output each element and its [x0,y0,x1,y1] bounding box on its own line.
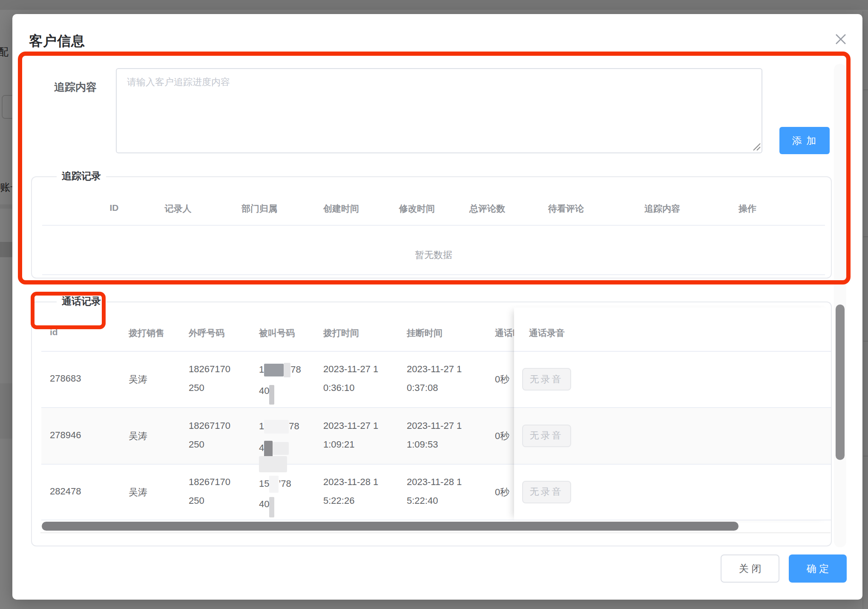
masked-phone-text: 15’78 [259,476,291,489]
call-records-section: 通话记录 id拨打销售外呼号码被叫号码拨打时间挂断时间通话时长278683吴涛1… [31,302,832,546]
cell-caller-line2: 250 [189,382,204,394]
table-divider [41,407,514,408]
cell-duration: 0秒 [495,486,509,499]
call-column-header: 通话录音 [529,327,565,339]
table-row-stripe [41,407,514,464]
masked-phone-text: 40 [259,494,274,508]
horizontal-scrollbar-track [40,532,831,533]
tracking-content-label: 追踪内容 [54,80,114,94]
cell-dial-line2: 1:09:21 [323,439,354,450]
tracking-column-header: 待看评论 [548,203,584,215]
cell-id: 278946 [50,430,81,441]
redaction-block [264,364,284,376]
call-column-header: 通话时长 [495,327,514,339]
cell-hangup-line2: 0:37:08 [407,382,438,394]
tracking-records-section: 追踪记录 ID记录人部门归属创建时间修改时间总评论数待看评论追踪内容操作 暂无数… [31,176,832,279]
table-divider [41,520,514,520]
tracking-column-header: 记录人 [165,203,192,215]
cell-dial-line1: 2023-11-27 1 [323,364,378,375]
table-divider [42,274,825,275]
cell-hangup-line2: 1:09:53 [407,439,438,450]
redaction-block [269,497,274,517]
call-column-header: 被叫号码 [259,327,295,339]
tracking-column-header: 创建时间 [323,203,359,215]
tracking-column-header: ID [110,203,119,213]
redaction-block [284,363,290,377]
redaction-block [269,476,279,493]
cell-hangup-line1: 2023-11-28 1 [407,477,462,488]
redaction-block [269,385,274,405]
cell-dial-line2: 5:22:26 [323,495,354,506]
redaction-block [264,420,289,434]
screen: 配 账号 客户信息 追踪内容 添 加 追踪记录 I [0,0,868,609]
cell-hangup-line1: 2023-11-27 1 [407,364,462,375]
cell-dial-line1: 2023-11-27 1 [323,420,378,431]
masked-phone-text: 40 [259,382,274,395]
textarea-resize-handle[interactable] [752,142,761,151]
redaction-block [259,456,287,472]
close-button[interactable]: 关 闭 [721,554,779,583]
no-recording-button[interactable]: 无录音 [522,481,571,503]
cell-caller-line1: 18267170 [189,420,230,431]
call-column-header: id [50,327,58,337]
table-divider [41,351,514,352]
cell-dial-line1: 2023-11-28 1 [323,477,378,488]
customer-info-dialog: 客户信息 追踪内容 添 加 追踪记录 ID记录人部门归属创建时间修改时间总评论数… [12,14,862,600]
cell-caller-line2: 250 [189,495,204,506]
masked-phone-text: 178 [259,363,301,376]
cell-hangup-line2: 5:22:40 [407,495,438,506]
cell-sales: 吴涛 [129,373,147,386]
tracking-content-textarea[interactable] [116,68,762,153]
call-column-header: 外呼号码 [189,327,224,339]
tracking-table-header-row: ID记录人部门归属创建时间修改时间总评论数待看评论追踪内容操作 [32,203,831,217]
tracking-column-header: 总评论数 [469,203,505,215]
add-button[interactable]: 添 加 [779,127,830,154]
fixed-record-column: 通话录音无录音无录音无录音 [514,307,831,520]
cell-caller-line2: 250 [189,439,204,450]
cell-caller-line1: 18267170 [189,364,230,375]
cell-id: 282478 [50,486,81,497]
close-icon[interactable] [834,32,848,46]
cell-caller-line1: 18267170 [189,477,230,488]
cell-id: 278683 [50,373,81,384]
call-column-header: 拨打时间 [323,327,359,339]
tracking-column-header: 部门归属 [241,203,277,215]
call-column-header: 拨打销售 [129,327,164,339]
masked-phone-text: 4 [259,438,289,452]
tracking-column-header: 追踪内容 [644,203,680,215]
cell-sales: 吴涛 [129,430,147,442]
cell-duration: 0秒 [495,430,509,442]
table-divider [514,351,831,352]
empty-data-text: 暂无数据 [42,249,825,261]
cell-dial-line2: 0:36:10 [323,382,354,394]
masked-phone-text: 178 [259,419,299,433]
horizontal-scrollbar-thumb[interactable] [42,522,739,531]
vertical-scrollbar-thumb[interactable] [836,304,845,460]
confirm-button[interactable]: 确 定 [789,554,847,583]
redaction-block [273,442,289,455]
dialog-title: 客户信息 [29,32,85,51]
tracking-column-header: 操作 [739,203,756,215]
tracking-column-header: 修改时间 [399,203,435,215]
cell-sales: 吴涛 [129,486,147,499]
table-divider [514,464,831,465]
no-recording-button[interactable]: 无录音 [522,425,571,447]
call-records-legend: 通话记录 [57,295,106,308]
cell-duration: 0秒 [495,373,509,386]
no-recording-button[interactable]: 无录音 [522,368,571,391]
tracking-records-legend: 追踪记录 [57,169,106,183]
table-divider [514,520,831,520]
call-column-header: 挂断时间 [407,327,443,339]
table-divider [514,407,831,408]
cell-hangup-line1: 2023-11-27 1 [407,420,462,431]
table-divider [42,225,825,226]
